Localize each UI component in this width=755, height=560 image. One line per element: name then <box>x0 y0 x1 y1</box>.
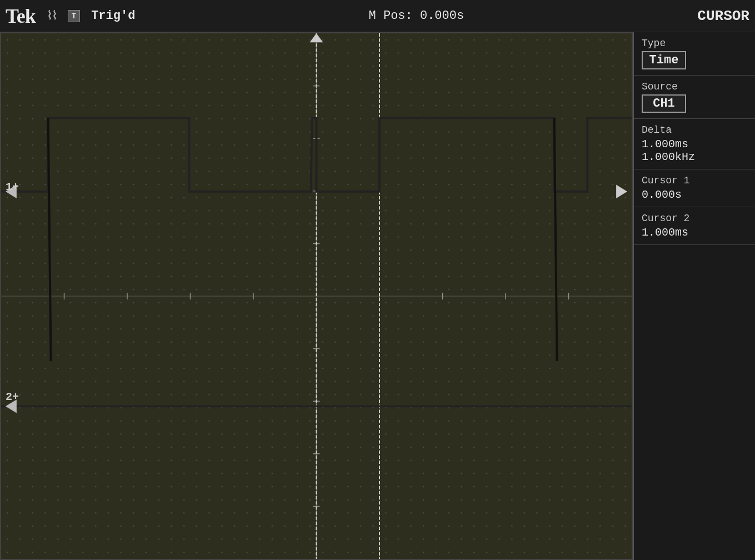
delta-value2: 1.000kHz <box>642 151 747 163</box>
source-section: Source CH1 <box>634 76 755 119</box>
m-pos-display: M Pos: 0.000s <box>369 9 464 23</box>
cursor2-label: Cursor 2 <box>642 213 747 224</box>
oscilloscope-screen: 1+ 2+ <box>1 33 632 559</box>
type-value: Time <box>642 51 686 69</box>
cursor1-section: Cursor 1 0.000s <box>634 169 755 207</box>
brand-label: Tek <box>6 4 36 28</box>
m-pos-value: 0.000s <box>420 9 464 23</box>
source-value: CH1 <box>642 94 686 113</box>
source-label: Source <box>642 81 747 92</box>
delta-value1: 1.000ms <box>642 138 747 151</box>
cursor2-section: Cursor 2 1.000ms <box>634 207 755 245</box>
m-pos-label: M Pos: <box>369 9 413 23</box>
delta-section: Delta 1.000ms 1.000kHz <box>634 119 755 169</box>
cursor1-label: Cursor 1 <box>642 175 747 186</box>
oscilloscope: Tek ⌇⌇ T Trig'd M Pos: 0.000s CURSOR <box>0 0 755 560</box>
cursor1-value: 0.000s <box>642 188 747 201</box>
type-section: Type Time <box>634 32 755 76</box>
header-bar: Tek ⌇⌇ T Trig'd M Pos: 0.000s CURSOR <box>0 0 755 32</box>
ch2-label: 2+ <box>6 391 19 403</box>
ch1-label: 1+ <box>6 181 19 193</box>
waveform-icon: ⌇⌇ <box>47 8 57 23</box>
waveform-display <box>1 33 632 559</box>
screen-wrapper: 1+ 2+ CH1 5.00V CH2 2.00V M 500μs CH1 ƒ … <box>0 32 633 560</box>
cursor-mode-label: CURSOR <box>697 8 749 24</box>
trig-status: Trig'd <box>91 9 135 23</box>
delta-label: Delta <box>642 124 747 136</box>
cursor2-value: 1.000ms <box>642 226 747 239</box>
type-label: Type <box>642 38 747 49</box>
right-panel: Type Time Source CH1 Delta 1.000ms 1.000… <box>633 32 755 560</box>
trigger-icon: T <box>68 10 80 22</box>
main-area: 1+ 2+ CH1 5.00V CH2 2.00V M 500μs CH1 ƒ … <box>0 32 755 560</box>
